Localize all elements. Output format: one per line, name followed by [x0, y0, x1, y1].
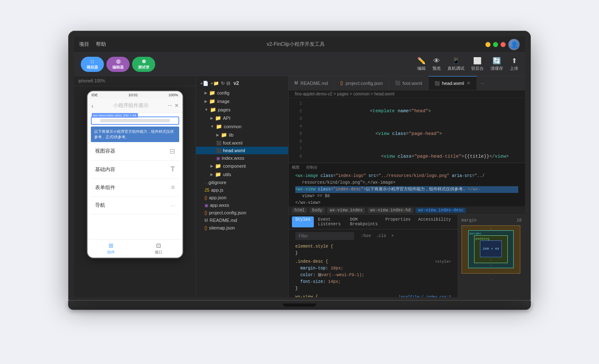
tree-root: +📄 +📁 ↻ ⊟ v2 — [196, 78, 288, 89]
file-indexwxss-label: index.wxss — [222, 156, 244, 161]
tab-head[interactable]: ⬛ head.wxml ✕ — [429, 76, 477, 90]
new-file-icon[interactable]: +📄 — [200, 81, 209, 86]
toolbar-mode-buttons: □ 模拟器 ◎ 编辑器 ⊕ 测试管 — [81, 57, 155, 72]
menu-item-form[interactable]: 表单组件 ≡ — [91, 179, 179, 197]
file-readme-label: README.md — [209, 218, 237, 223]
laptop-screen-inner: 项目 帮助 v2-FinClip小程序开发工具 👤 — [74, 37, 525, 297]
menu-item-form-icon: ≡ — [171, 184, 175, 191]
menu-item-content[interactable]: 基础内容 T — [91, 161, 179, 179]
source-localfile[interactable]: localfile:/.index.css:2 — [399, 294, 451, 297]
interface-icon: ⊡ — [154, 242, 163, 249]
file-appwxss-label: app.wxss — [210, 203, 229, 208]
file-tree: +📄 +📁 ↻ ⊟ v2 ▶ 📁 config — [196, 76, 289, 297]
tree-config[interactable]: ▶ 📁 config — [196, 89, 288, 97]
close-phone-icon[interactable]: ✕ — [175, 103, 178, 108]
tab-head-close[interactable]: ✕ — [466, 80, 471, 86]
refresh-icon[interactable]: ↻ — [221, 81, 225, 86]
highlight-box: wx-view.index-desc 240 × 44 — [91, 116, 179, 125]
tree-sitemapjson[interactable]: {} sitemap.json — [196, 224, 288, 232]
page-wrapper: 项目 帮助 v2-FinClip小程序开发工具 👤 — [0, 0, 599, 364]
tree-readme[interactable]: M README.md — [196, 216, 288, 224]
source-style: <style> — [435, 258, 451, 265]
tree-head-wxml[interactable]: ⬛ head.wxml — [196, 147, 288, 154]
menu-item-content-icon: T — [171, 166, 175, 173]
device-icon: 📱 — [452, 57, 460, 65]
tab-event-listeners[interactable]: Event Listeners — [315, 216, 346, 227]
tab-styles[interactable]: Styles — [292, 216, 314, 227]
file-sitemapjson-label: sitemap.json — [209, 225, 235, 230]
arrow-pages: ▼ — [204, 108, 208, 112]
file-appjson-label: app.json — [209, 195, 227, 200]
tree-appjson[interactable]: {} app.json — [196, 194, 288, 201]
minimize-btn[interactable] — [485, 42, 490, 47]
menu-project[interactable]: 项目 — [79, 41, 89, 48]
tree-api[interactable]: ▶ 📁 API — [196, 114, 288, 122]
style-filter-input[interactable] — [295, 232, 354, 240]
css-rules-area: element.style { } .index-desc { <style> … — [289, 243, 458, 297]
tree-pages[interactable]: ▼ 📁 pages — [196, 106, 288, 114]
phone-nav-bar: ‹ 小程序组件展示 ··· ✕ — [87, 99, 183, 113]
back-icon[interactable]: ‹ — [92, 103, 94, 109]
editor-btn[interactable]: ◎ 编辑器 — [106, 57, 130, 72]
action-edit[interactable]: ✏️ 编辑 — [417, 57, 426, 71]
elem-html[interactable]: html — [292, 208, 307, 213]
folder-pages-label: pages — [218, 107, 231, 112]
tab-foot[interactable]: ⬛ foot.wxml — [389, 76, 428, 90]
maximize-btn[interactable] — [493, 42, 498, 47]
menu-item-view[interactable]: 视图容器 ⊟ — [91, 142, 179, 161]
prop-color: color — [300, 273, 313, 277]
ellipsis-icon[interactable]: ··· — [168, 103, 172, 108]
laptop-notch — [283, 303, 316, 307]
new-folder-icon[interactable]: +📁 — [210, 81, 219, 86]
user-avatar[interactable]: 👤 — [508, 39, 520, 50]
menu-help[interactable]: 帮助 — [96, 41, 106, 48]
tree-lib[interactable]: ▶ 📁 lib — [196, 131, 288, 139]
elem-wx-view-desc[interactable]: wx-view.index-desc — [416, 208, 466, 213]
tree-gitignore[interactable]: · .gitignore — [196, 179, 288, 186]
inspector-header: 概图 控制台 <wx-image class="index-logo" src=… — [289, 163, 525, 206]
file-head-icon: ⬛ — [216, 148, 221, 153]
simulator-btn[interactable]: □ 模拟器 — [81, 57, 104, 72]
collapse-icon[interactable]: ⊟ — [226, 81, 230, 86]
tab-dom-breakpoints[interactable]: DOM Breakpoints — [347, 216, 381, 227]
phone-desc-text: 以下将展示小程序官方组件能力，组件样式仅供参考，正式/供参考。 — [91, 127, 179, 142]
tree-projectjson[interactable]: {} project.config.json — [196, 209, 288, 216]
tree-utils[interactable]: ▶ 📁 utils — [196, 170, 288, 179]
folder-component-icon: 📁 — [215, 163, 221, 169]
elem-wx-view-index[interactable]: wx-view.index — [327, 208, 365, 213]
tree-appwxss[interactable]: ▣ app.wxss — [196, 201, 288, 209]
nav-interface[interactable]: ⊡ 接口 — [135, 242, 183, 255]
tree-component[interactable]: ▶ 📁 component — [196, 162, 288, 170]
action-upload[interactable]: ⬆ 上传 — [510, 57, 518, 71]
action-preview[interactable]: 👁 预览 — [432, 57, 441, 71]
title-bar: 项目 帮助 v2-FinClip小程序开发工具 👤 — [74, 37, 525, 53]
code-editor[interactable]: 1 2 3 4 5 6 7 8 — [289, 98, 525, 297]
tree-image[interactable]: ▶ 📁 image — [196, 97, 288, 106]
file-appjs-icon: JS — [204, 188, 209, 193]
selector-index-desc: .index-desc { — [295, 259, 328, 264]
menu-item-nav-icon: ··· — [170, 203, 175, 208]
html-line-4: view> == $0 — [295, 194, 330, 198]
nav-component[interactable]: ⊞ 组件 — [87, 242, 135, 255]
close-btn[interactable] — [501, 42, 506, 47]
folder-image-icon: 📁 — [209, 98, 215, 104]
tree-appjs[interactable]: JS app.js — [196, 186, 288, 194]
test-btn[interactable]: ⊕ 测试管 — [132, 57, 155, 72]
tree-index-wxss[interactable]: ▣ index.wxss — [196, 154, 288, 162]
menu-item-nav[interactable]: 导航 ··· — [91, 197, 179, 214]
tab-readme[interactable]: M README.md — [289, 76, 334, 90]
action-clear-cache[interactable]: 🔄 清缓存 — [490, 57, 503, 71]
tree-common[interactable]: ▼ 📁 common — [196, 122, 288, 131]
tab-properties[interactable]: Properties — [382, 216, 414, 227]
elem-wx-view-hd[interactable]: wx-view.index-hd — [368, 208, 413, 213]
css-rule-element: element.style { } — [292, 243, 454, 258]
action-device-debug[interactable]: 📱 真机调试 — [448, 57, 464, 71]
tab-accessibility[interactable]: Accessibility — [415, 216, 454, 227]
tree-foot-wxml[interactable]: ⬛ foot.wxml — [196, 139, 288, 147]
tab-projectconfig[interactable]: {} project.config.json — [334, 76, 389, 90]
bg-icon: ⬜ — [473, 57, 482, 65]
more-tabs-btn[interactable]: ··· — [477, 81, 488, 86]
elem-body[interactable]: body — [310, 208, 325, 213]
pseudo-filter[interactable]: :hov .cls + — [361, 234, 394, 238]
action-background[interactable]: ⬜ 切后台 — [471, 57, 484, 71]
